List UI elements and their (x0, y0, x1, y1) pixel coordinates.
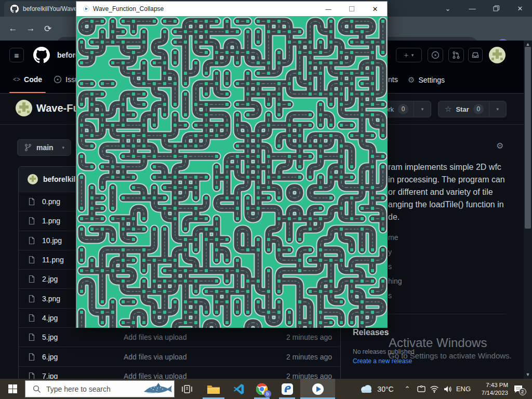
notification-count-badge: 2 (519, 388, 526, 395)
about-gear-icon[interactable]: ⚙ (496, 141, 503, 151)
tab-insights-label: nts (388, 75, 398, 84)
wfc-app-window[interactable]: Wave_Function_Collapse — ✕ (76, 1, 388, 328)
tab-code[interactable]: <> Code (13, 75, 42, 84)
user-avatar[interactable] (489, 47, 506, 63)
issues-header-icon[interactable] (428, 48, 443, 62)
table-row[interactable]: 5.jpg Add files via upload 2 minutes ago (19, 327, 340, 347)
search-icon (33, 385, 41, 393)
tab-search-chevron-icon[interactable]: ⌄ (439, 0, 457, 17)
taskbar-search[interactable]: Type here to search (25, 380, 175, 397)
file-name[interactable]: 1.png (42, 217, 60, 225)
notification-center-button[interactable]: 2 (510, 379, 526, 399)
chrome-button[interactable]: b (254, 379, 270, 399)
commit-message[interactable]: Add files via upload (124, 333, 187, 341)
wfc-canvas (76, 16, 387, 328)
running-sketch-icon (312, 383, 324, 395)
star-chevron-icon[interactable]: ▾ (497, 107, 499, 112)
wfc-maximize-button[interactable] (343, 2, 361, 16)
taskbar: Type here to search b (0, 379, 532, 399)
browser-restore-button[interactable] (487, 0, 505, 17)
tab-settings[interactable]: ⚙ Settings (408, 75, 445, 85)
file-name[interactable]: 5.jpg (42, 333, 58, 341)
fork-chevron-icon[interactable]: ▾ (421, 107, 424, 112)
start-button[interactable] (0, 379, 25, 399)
file-icon (28, 197, 36, 206)
processing-icon (281, 383, 294, 395)
restore-icon (493, 5, 499, 11)
wfc-titlebar[interactable]: Wave_Function_Collapse — ✕ (76, 2, 387, 16)
about-description-line: or different and variety of tile (388, 188, 493, 197)
tab-insights-fragment[interactable]: nts (388, 75, 398, 84)
task-view-icon (182, 384, 192, 394)
file-name[interactable]: 3.png (42, 295, 60, 303)
pull-requests-header-icon[interactable] (448, 48, 464, 62)
tray-expand-chevron-icon[interactable]: ⌃ (402, 379, 413, 399)
about-description-line: anging the loadTile() function in (388, 200, 504, 209)
branch-selector[interactable]: main ▾ (17, 139, 71, 156)
page-scrollbar[interactable]: ▲ ▼ (524, 41, 532, 379)
star-button[interactable]: ☆ Star 0 ▾ (438, 101, 507, 117)
releases-heading: Releases (353, 328, 389, 337)
task-view-button[interactable] (180, 379, 194, 399)
create-new-button[interactable]: +▾ (396, 48, 422, 62)
back-icon[interactable]: ← (5, 17, 21, 41)
table-row[interactable]: 7.jpg Add files via upload 2 minutes ago (19, 366, 340, 379)
about-stars-fragment[interactable]: s (388, 262, 392, 271)
repo-avatar (16, 100, 32, 116)
processing-ide-button[interactable] (279, 379, 295, 399)
commit-time: 2 minutes ago (286, 333, 332, 341)
star-icon: ☆ (445, 104, 451, 114)
file-icon (28, 353, 36, 361)
table-row[interactable]: 6.jpg Add files via upload 2 minutes ago (19, 347, 340, 366)
about-description-line: ram implements simple 2D wfc (388, 163, 501, 172)
about-readme-fragment[interactable]: me (388, 233, 398, 242)
inbox-icon[interactable] (468, 48, 483, 62)
activate-windows-watermark: Activate Windows (389, 336, 487, 350)
branch-name: main (36, 143, 54, 152)
browser-close-button[interactable]: ✕ (511, 0, 529, 17)
wfc-minimize-button[interactable]: — (320, 2, 337, 16)
taskbar-clock[interactable]: 7:43 PM 7/14/2023 (472, 379, 508, 399)
vscode-button[interactable] (229, 379, 249, 399)
file-explorer-button[interactable] (203, 379, 224, 399)
commit-message[interactable]: Add files via upload (124, 353, 187, 361)
file-name[interactable]: 10.jpg (42, 236, 62, 245)
volume-icon[interactable] (441, 379, 455, 399)
wfc-taskbar-button[interactable] (300, 379, 335, 399)
wifi-icon[interactable] (428, 379, 441, 399)
weather-icon[interactable] (357, 379, 375, 399)
file-name[interactable]: 0.png (42, 197, 60, 206)
scroll-down-icon[interactable]: ▼ (524, 372, 532, 377)
star-label: Star (456, 105, 469, 113)
file-name[interactable]: 4.jpg (42, 314, 58, 322)
tab-title: beforelkillYou/Wave (23, 5, 77, 12)
language-indicator[interactable]: ENG (455, 379, 472, 399)
github-logo-icon[interactable] (33, 47, 50, 63)
wfc-close-button[interactable]: ✕ (366, 2, 384, 16)
file-icon (28, 372, 36, 379)
github-favicon-icon (10, 5, 19, 13)
commit-message[interactable]: Add files via upload (124, 372, 187, 379)
about-description-line: in processing. The program can (388, 175, 505, 184)
weather-temperature[interactable]: 30°C (375, 379, 396, 399)
forward-icon[interactable]: → (23, 17, 38, 41)
tray-display-icon[interactable] (415, 379, 428, 399)
about-forks-fragment[interactable]: s (388, 291, 392, 300)
commit-author-avatar[interactable] (28, 174, 38, 184)
about-activity-fragment[interactable]: y (388, 248, 392, 256)
file-name[interactable]: 2.jpg (42, 275, 58, 283)
branch-icon (24, 143, 32, 152)
hamburger-menu-icon[interactable]: ≡ (9, 48, 24, 62)
file-name[interactable]: 6.jpg (42, 353, 58, 361)
file-name[interactable]: 7.jpg (42, 372, 58, 379)
reload-icon[interactable]: ⟳ (40, 17, 56, 41)
about-watching-fragment[interactable]: hing (388, 277, 402, 285)
desktop: beforelkillYou/Wave ⌄ — ✕ ← → ⟳ g (0, 0, 532, 399)
file-icon (28, 256, 36, 264)
search-placeholder: Type here to search (46, 385, 111, 393)
file-icon (28, 333, 36, 341)
scroll-up-icon[interactable]: ▲ (524, 42, 532, 47)
file-name[interactable]: 11.png (42, 256, 64, 264)
scrollbar-thumb[interactable] (525, 47, 531, 229)
browser-minimize-button[interactable]: — (463, 0, 481, 17)
